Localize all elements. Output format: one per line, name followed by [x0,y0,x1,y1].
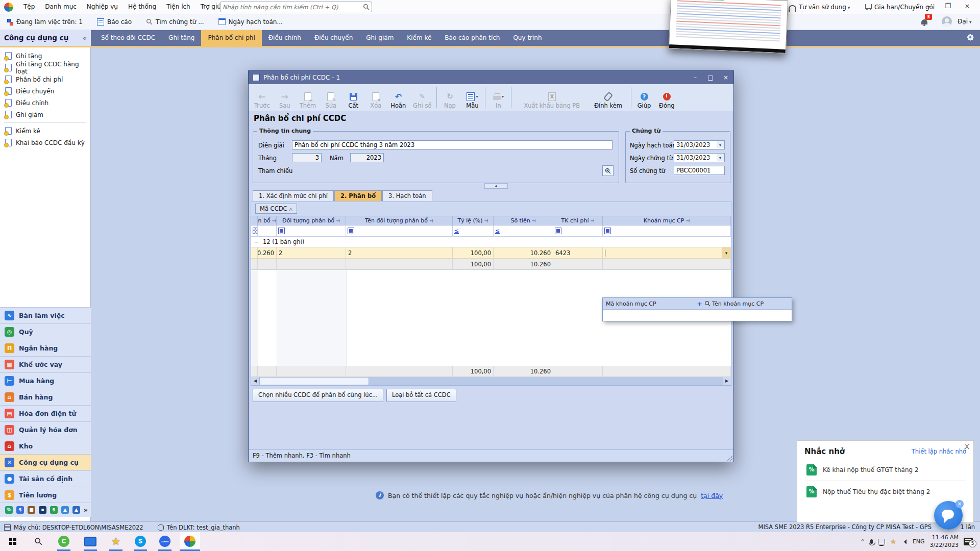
template-button[interactable]: ▾Mẫu [461,84,483,111]
cell-tk-chi-phi[interactable]: 6423 [553,247,603,259]
scroll-left-icon[interactable]: ◀ [251,377,259,385]
support-consult[interactable]: Tư vấn sử dụng [789,0,850,14]
close-dialog-button[interactable]: Đóng [655,84,678,111]
monitor-app[interactable] [84,535,97,548]
chat-support-button[interactable]: × [934,501,963,530]
dropdown-col-ma[interactable]: Mã khoản mục CP [603,300,693,307]
cell-khoan-muc-editing[interactable]: ▾ [603,247,731,259]
module-ban-hang[interactable]: ⌂Bán hàng [0,389,91,405]
clock[interactable]: 11:46 AM3/22/2023 [930,534,959,549]
sidebar-item-ghi-tang-hang-loat[interactable]: Ghi tăng CCDC hàng loạt [0,62,90,73]
tax-icon[interactable]: % [5,506,13,514]
tab-dieu-chinh[interactable]: Điều chỉnh [262,30,308,46]
menu-nghiep-vu[interactable]: Nghiệp vụ [82,0,123,14]
reference-zoom-button[interactable] [602,165,614,176]
filter-ten-doi-tuong[interactable] [346,226,453,237]
tab-quy-trinh[interactable]: Quy trình [506,30,548,46]
sidebar-item-ghi-giam[interactable]: Ghi giảm [0,109,90,120]
undo-button[interactable]: ↶Hoãn [387,84,409,111]
menu-tep[interactable]: Tệp [18,0,40,14]
help-button[interactable]: ?Giúp [633,84,655,111]
filter-doi-tuong[interactable] [277,226,346,237]
minimize-icon[interactable]: – [919,0,938,13]
staff-icon[interactable]: ▲ [72,506,80,514]
calculator-icon[interactable]: $ [16,506,24,514]
cell-dropdown-button[interactable]: ▾ [722,247,730,258]
gear-icon[interactable] [967,34,974,41]
dialog-minimize-icon[interactable]: – [688,71,703,84]
grid-data-row[interactable]: 10.260 2 2 100,00 10.260 6423 ▾ [251,247,731,259]
voucher-date-input[interactable]: 31/03/2023▾ [674,153,725,162]
tab-so-theo-doi-ccdc[interactable]: Sổ theo dõi CCDC [94,30,162,46]
module-khe-uoc-vay[interactable]: ▩Khế ước vay [0,356,91,372]
menu-he-thong[interactable]: Hệ thống [123,0,161,14]
module-mua-hang[interactable]: ⊢Mua hàng [0,372,91,389]
cell-doi-tuong[interactable]: 2 [277,247,346,259]
chevron-down-icon[interactable]: ▾ [717,154,724,161]
restore-icon[interactable]: ❐ [938,0,958,13]
sidebar-item-kiem-ke[interactable]: Kiểm kê [0,125,90,137]
filter-phan-bo[interactable] [258,226,277,237]
col-ten-doi-tuong[interactable]: Tên đối tượng phân bổ⊣ [346,216,453,226]
report-button[interactable]: Báo cáo [90,14,139,30]
module-ban-lam-viec[interactable]: ∿Bàn làm việc [0,307,91,323]
reload-button[interactable]: ↻Nạp [438,84,461,111]
tab-bao-cao-phan-tich[interactable]: Báo cáo phân tích [438,30,506,46]
add-button[interactable]: +Thêm [296,84,320,111]
delete-button[interactable]: ×Xóa [364,84,387,111]
cell-ten-doi-tuong[interactable]: 2 [346,247,453,259]
module-tien-luong[interactable]: $Tiền lương [0,487,91,503]
taskbar-search-button[interactable] [32,535,45,548]
employee-icon[interactable]: ▲ [61,506,69,514]
save-button[interactable]: Cất [342,84,364,111]
next-button[interactable]: →Sau [274,84,296,111]
coccoc-app[interactable]: C [57,535,70,548]
tab-phan-bo-chi-phi[interactable]: Phân bổ chi phí [201,30,261,46]
network-icon[interactable] [878,539,885,544]
add-icon[interactable]: + [697,300,702,308]
tab-ghi-tang[interactable]: Ghi tăng [162,30,201,46]
language-indicator[interactable]: ENG [913,538,925,545]
col-khoan-muc-cp[interactable]: Khoản mục CP⊣ [603,216,731,226]
filter-khoan-muc[interactable] [603,226,731,237]
dropdown-col-ten[interactable]: Tên khoản mục CP [712,300,764,307]
box-icon[interactable]: ▪ [39,506,46,514]
filter-tk-chi-phi[interactable] [553,226,603,237]
col-phan-bo[interactable]: n bổ⊣ [258,216,277,226]
sidebar-item-dieu-chinh[interactable]: Điều chỉnh [0,97,90,109]
prev-button[interactable]: ←Trước [251,84,274,111]
col-ty-le[interactable]: Tỷ lệ (%)⊣ [453,216,494,226]
dialog-close-icon[interactable]: × [718,71,733,84]
col-so-tien[interactable]: Số tiền⊣ [494,216,553,226]
module-quan-ly-hoa-don[interactable]: ◫Quản lý hóa đơn [0,421,91,438]
group-chip-ma-ccdc[interactable]: Mã CCDC △ [255,204,297,214]
sidebar-item-dieu-chuyen[interactable]: Điều chuyển [0,85,90,97]
resize-grip[interactable] [727,456,732,461]
module-cong-cu-dung-cu[interactable]: ✕Công cụ dụng cụ [0,454,91,470]
tray-star-icon[interactable]: ★ [890,538,896,545]
posting-date-input[interactable]: 31/03/2023▾ [674,140,725,149]
search-icon[interactable] [704,300,710,307]
select-multiple-ccdc-button[interactable]: Chọn nhiều CCDC để phân bổ cùng lúc... [253,389,383,402]
hidden-icons-chevron[interactable]: ⌃ [860,538,865,545]
cell-so-tien[interactable]: 10.260 [494,247,553,259]
sidebar-item-phan-bo-chi-phi[interactable]: Phân bổ chi phí [0,73,90,85]
scrollbar-thumb[interactable] [259,377,369,385]
microphone-icon[interactable] [870,539,873,544]
star-app[interactable]: ★ [109,535,122,548]
more-modules-chevron[interactable]: » [84,507,88,514]
skype-app[interactable]: S [134,535,147,548]
floating-preview-window[interactable] [669,0,788,54]
avatar[interactable] [942,16,952,27]
dialog-maximize-icon[interactable]: □ [703,71,718,84]
info-link[interactable]: tại đây [701,492,723,499]
close-icon[interactable]: × [958,0,977,13]
row-selector-header[interactable] [251,216,258,226]
grid-group-row[interactable]: − 12 (1 bản ghi) [251,237,731,247]
year-input[interactable] [350,153,384,162]
reminder-item[interactable]: % Nộp thuế Tiêu thụ đặc biệt tháng 2 [797,481,973,503]
search-icon[interactable] [363,4,370,10]
filter-so-tien[interactable]: ≤ [494,226,553,237]
misa-app[interactable] [183,535,197,548]
posting-date-button[interactable]: Ngày hạch toán... [211,14,290,30]
